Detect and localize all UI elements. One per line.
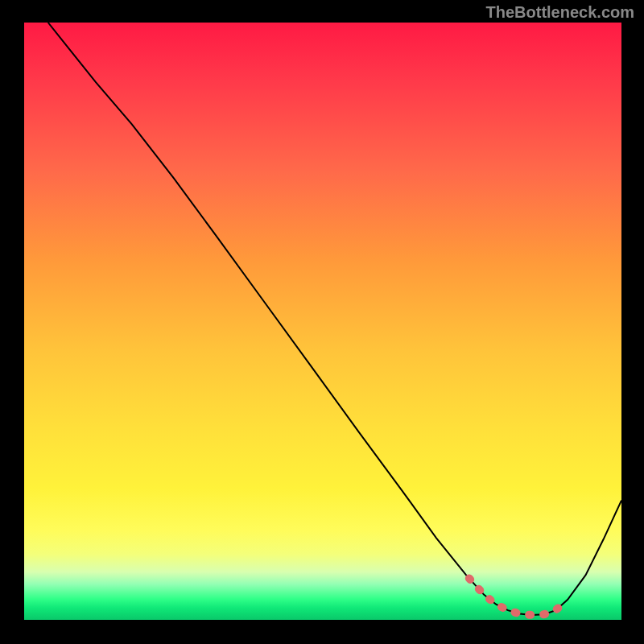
bottleneck-curve-line — [48, 23, 621, 615]
chart-plot-area — [24, 23, 621, 620]
chart-svg — [24, 23, 621, 620]
watermark-text: TheBottleneck.com — [486, 3, 634, 22]
optimal-range-highlight — [469, 578, 559, 615]
